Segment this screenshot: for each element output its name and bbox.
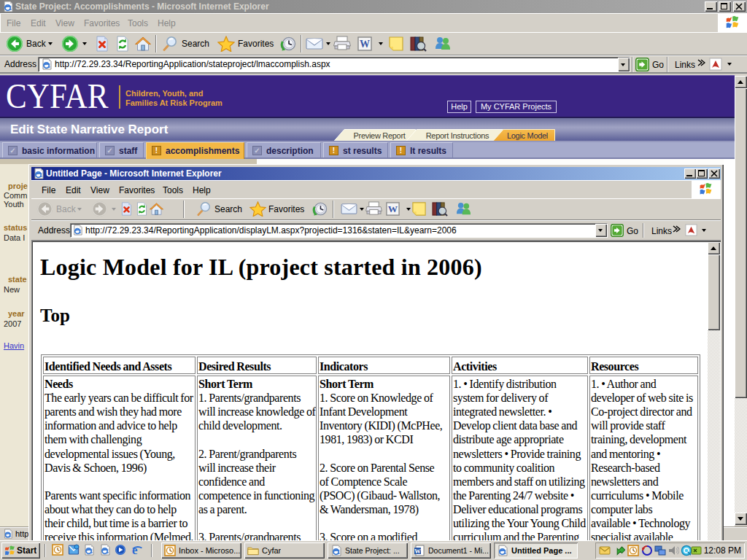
svg-text:Logic Model: Logic Model (507, 131, 548, 140)
svg-text:Preview Report: Preview Report (354, 131, 406, 140)
svg-text:Report Instructions: Report Instructions (426, 131, 489, 140)
